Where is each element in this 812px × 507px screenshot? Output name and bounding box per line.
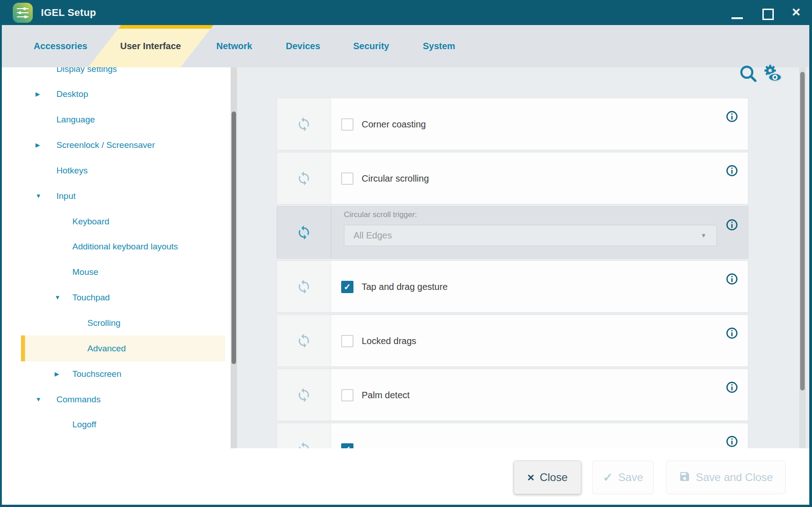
setting-label: Circular scroll trigger: (344, 210, 417, 219)
tab-network[interactable]: Network (217, 25, 252, 67)
tab-devices[interactable]: Devices (286, 25, 320, 67)
info-icon[interactable] (726, 110, 738, 123)
sidebar-item-label: Display settings (56, 67, 117, 82)
sidebar-item-mouse[interactable]: Mouse (2, 259, 237, 285)
sidebar-item-label: Logoff (72, 411, 96, 437)
sidebar-item-additional-keyboard-layouts[interactable]: Additional keyboard layouts (2, 233, 237, 259)
setting-label: Tap and drag gesture (362, 261, 448, 313)
checkbox-locked-drags[interactable] (341, 335, 353, 347)
info-icon[interactable] (726, 381, 738, 394)
panel-scrollbar-thumb[interactable] (800, 72, 805, 390)
sidebar-item-language[interactable]: Language (2, 106, 237, 132)
close-window-button[interactable]: × (786, 0, 806, 25)
checkbox-partial[interactable]: ✓ (341, 443, 353, 448)
sidebar-item-label: Desktop (56, 81, 88, 107)
chevron-expanded-icon[interactable]: ▼ (35, 386, 41, 412)
setting-row-corner-coasting: Corner coasting (277, 98, 748, 150)
sidebar-item-scrolling[interactable]: Scrolling (2, 310, 237, 336)
reset-to-default-button[interactable] (277, 423, 331, 448)
sidebar-item-label: Additional keyboard layouts (72, 233, 178, 259)
sidebar-item-label: Advanced (87, 335, 126, 361)
save-floppy-icon (679, 471, 691, 484)
sidebar-item-label: Mouse (72, 259, 98, 285)
check-icon: ✓ (603, 472, 613, 483)
reset-to-default-button[interactable] (277, 98, 331, 150)
setting-row-circular-scroll-trigger: Circular scroll trigger:All Edges▼ (277, 206, 748, 259)
chevron-collapsed-icon[interactable]: ▶ (35, 132, 40, 158)
app-logo-icon (12, 2, 33, 23)
setting-label: Palm detect (362, 369, 410, 421)
sidebar-item-hotkeys[interactable]: Hotkeys (2, 157, 237, 183)
button-label: Save and Close (696, 471, 773, 484)
sidebar-item-touchscreen[interactable]: ▶Touchscreen (2, 361, 237, 387)
sidebar-item-logoff[interactable]: Logoff (2, 411, 237, 437)
chevron-expanded-icon[interactable]: ▼ (55, 284, 61, 310)
save-and-close-button[interactable]: Save and Close (666, 461, 786, 494)
chevron-collapsed-icon[interactable]: ▶ (55, 361, 59, 387)
button-label: Save (618, 471, 643, 484)
tab-accessories[interactable]: Accessories (34, 25, 87, 67)
info-icon[interactable] (726, 164, 738, 177)
sidebar-item-label: Language (56, 106, 95, 132)
settings-panel: Corner coasting Circular scrolling Circu… (237, 67, 809, 448)
info-icon[interactable] (726, 435, 738, 448)
save-button[interactable]: ✓Save (592, 461, 654, 494)
sidebar-item-label: Touchscreen (72, 361, 121, 387)
sidebar-item-keyboard[interactable]: Keyboard (2, 208, 237, 234)
window-border (0, 505, 812, 507)
search-icon[interactable] (738, 62, 759, 85)
footer-bar: ×Close✓SaveSave and Close (0, 448, 812, 505)
minimize-button[interactable] (727, 0, 747, 25)
sidebar-item-label: Input (56, 183, 76, 209)
setting-row-palm-detect: Palm detect (277, 369, 748, 421)
setting-row-circular-scrolling: Circular scrolling (277, 152, 748, 204)
info-icon[interactable] (726, 327, 738, 340)
sidebar-item-input[interactable]: ▼Input (2, 183, 237, 209)
dropdown-selected-value: All Edges (353, 225, 392, 246)
dropdown-circular-scroll-trigger[interactable]: All Edges▼ (344, 225, 717, 246)
sidebar-item-advanced[interactable]: Advanced (2, 335, 237, 361)
chevron-collapsed-icon[interactable]: ▶ (35, 81, 40, 107)
dropdown-arrow-icon: ▼ (701, 225, 706, 246)
tab-security[interactable]: Security (353, 25, 389, 67)
sidebar-scrollbar[interactable] (231, 67, 237, 448)
tab-bar: AccessoriesUser InterfaceNetworkDevicesS… (0, 25, 812, 67)
setting-label: Locked drags (362, 315, 416, 367)
sidebar-item-desktop[interactable]: ▶Desktop (2, 81, 237, 107)
checkbox-tap-and-drag-gesture[interactable]: ✓ (341, 281, 353, 293)
sidebar-item-screenlock-screensaver[interactable]: ▶Screenlock / Screensaver (2, 132, 237, 158)
x-icon: × (527, 472, 534, 483)
reset-to-default-button[interactable] (277, 369, 331, 421)
close-button[interactable]: ×Close (514, 461, 581, 494)
setting-row-partial: ✓ (277, 423, 748, 448)
reset-to-default-button[interactable] (277, 315, 331, 366)
setting-row-tap-and-drag-gesture: ✓Tap and drag gesture (277, 260, 748, 313)
checkbox-corner-coasting[interactable] (341, 118, 353, 131)
chevron-expanded-icon[interactable]: ▼ (35, 183, 41, 209)
reset-to-default-button[interactable] (277, 152, 331, 204)
settings-tree-sidebar: Display settings▶DesktopLanguage▶Screenl… (2, 67, 237, 448)
setting-label: Corner coasting (362, 98, 426, 151)
sidebar-scrollbar-thumb[interactable] (232, 112, 236, 364)
maximize-button[interactable] (757, 0, 777, 25)
tab-system[interactable]: System (423, 25, 455, 67)
settings-eye-icon[interactable] (762, 62, 783, 85)
reset-to-default-button[interactable] (277, 261, 331, 312)
checkbox-circular-scrolling[interactable] (341, 172, 353, 185)
button-label: Close (540, 471, 567, 484)
info-icon[interactable] (726, 273, 738, 285)
sidebar-item-label: Hotkeys (56, 157, 88, 183)
panel-scrollbar[interactable] (799, 67, 806, 448)
igel-setup-window: IGEL Setup × AccessoriesUser InterfaceNe… (0, 0, 812, 507)
sidebar-item-touchpad[interactable]: ▼Touchpad (2, 284, 237, 310)
reset-to-default-button[interactable] (277, 207, 331, 258)
sidebar-item-label: Screenlock / Screensaver (56, 132, 155, 158)
checkbox-palm-detect[interactable] (341, 389, 353, 401)
window-border (809, 0, 812, 507)
tab-user-interface[interactable]: User Interface (120, 25, 181, 67)
sidebar-item-display-settings[interactable]: Display settings (2, 67, 237, 82)
sidebar-item-commands[interactable]: ▼Commands (2, 386, 237, 412)
sidebar-item-label: Commands (56, 386, 101, 412)
sidebar-item-label: Scrolling (87, 310, 121, 336)
info-icon[interactable] (726, 218, 738, 231)
